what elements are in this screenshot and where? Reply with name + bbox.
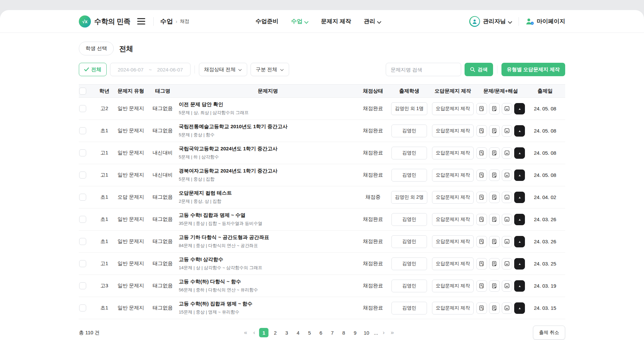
row-checkbox[interactable] xyxy=(79,127,86,134)
problem-doc-icon[interactable]: ? xyxy=(476,125,487,137)
pdf-outline-icon[interactable] xyxy=(502,280,513,292)
page-button-9[interactable]: 9 xyxy=(351,328,360,337)
worksheet-title[interactable]: 고등 수학I 삼각함수 xyxy=(179,256,354,263)
worksheet-name-search-input[interactable] xyxy=(386,63,461,76)
problem-solution-doc-icon[interactable] xyxy=(489,258,500,270)
problem-doc-icon[interactable]: ? xyxy=(476,147,487,159)
pdf-outline-icon[interactable] xyxy=(502,302,513,314)
pdf-filled-icon[interactable] xyxy=(514,147,525,159)
worksheet-title[interactable]: 오답문제지 컬럼 테스트 xyxy=(179,190,354,196)
pdf-outline-icon[interactable] xyxy=(502,236,513,247)
student-box[interactable]: 김영민 xyxy=(391,235,427,248)
problem-doc-icon[interactable]: ? xyxy=(476,214,487,225)
worksheet-title[interactable]: 국립전통예술고등학교 2010년도 1학기 중간고사 xyxy=(179,124,354,130)
student-select-button[interactable]: 학생 선택 xyxy=(79,42,114,55)
student-box[interactable]: 김영민 xyxy=(391,169,427,182)
row-checkbox[interactable] xyxy=(79,238,86,245)
page-button-6[interactable]: 6 xyxy=(316,328,326,337)
row-checkbox[interactable] xyxy=(79,216,86,223)
pdf-outline-icon[interactable] xyxy=(502,147,513,159)
student-box[interactable]: 김영민 xyxy=(391,280,427,292)
pdf-outline-icon[interactable] xyxy=(502,169,513,181)
nav-item-lesson-prep[interactable]: 수업준비 xyxy=(256,17,278,25)
page-button-3[interactable]: 3 xyxy=(282,328,291,337)
wrong-note-create-button[interactable]: 유형별 오답문제지 제작 xyxy=(501,63,565,76)
worksheet-title[interactable]: 고등 수학(하) 집합과 명제 ~ 함수 xyxy=(179,301,354,307)
last-page-button[interactable]: » xyxy=(389,329,396,337)
problem-doc-icon[interactable]: ? xyxy=(476,192,487,203)
problem-solution-doc-icon[interactable] xyxy=(489,214,500,225)
row-checkbox[interactable] xyxy=(79,149,86,156)
problem-solution-doc-icon[interactable] xyxy=(489,236,500,247)
prev-page-button[interactable]: ‹ xyxy=(251,329,257,337)
breadcrumb-root[interactable]: 수업 xyxy=(160,17,173,26)
wrong-note-create-row-button[interactable]: 오답문제지 제작 xyxy=(432,213,474,226)
problem-solution-doc-icon[interactable] xyxy=(489,192,500,203)
row-checkbox[interactable] xyxy=(79,304,86,311)
pdf-filled-icon[interactable] xyxy=(514,236,525,247)
row-checkbox[interactable] xyxy=(79,282,86,289)
chevron-down-icon[interactable] xyxy=(508,20,512,23)
page-button-7[interactable]: 7 xyxy=(328,328,337,337)
nav-item-worksheet-create[interactable]: 문제지 제작 xyxy=(321,17,351,25)
pdf-outline-icon[interactable] xyxy=(502,258,513,270)
problem-solution-doc-icon[interactable] xyxy=(489,302,500,314)
problem-solution-doc-icon[interactable] xyxy=(489,103,500,114)
page-button-10[interactable]: 10 xyxy=(362,328,371,337)
problem-doc-icon[interactable]: ? xyxy=(476,169,487,181)
problem-doc-icon[interactable]: ? xyxy=(476,236,487,247)
next-page-button[interactable]: › xyxy=(381,329,387,337)
nav-item-manage[interactable]: 관리 xyxy=(364,17,381,25)
page-button-4[interactable]: 4 xyxy=(293,328,303,337)
hamburger-menu-icon[interactable] xyxy=(136,17,147,26)
mypage-link[interactable]: 마이페이지 xyxy=(526,17,565,25)
problem-solution-doc-icon[interactable] xyxy=(489,125,500,137)
wrong-note-create-row-button[interactable]: 오답문제지 제작 xyxy=(432,302,474,314)
problem-doc-icon[interactable]: ? xyxy=(476,103,487,114)
problem-doc-icon[interactable]: ? xyxy=(476,302,487,314)
pdf-filled-icon[interactable] xyxy=(514,125,525,137)
wrong-note-create-row-button[interactable]: 오답문제지 제작 xyxy=(432,147,474,159)
student-box[interactable]: 김영민 외 2명 xyxy=(391,191,427,204)
row-checkbox[interactable] xyxy=(79,172,86,179)
wrong-note-create-row-button[interactable]: 오답문제지 제작 xyxy=(432,102,474,115)
first-page-button[interactable]: « xyxy=(242,329,249,337)
grading-status-dropdown[interactable]: 채점상태 전체 xyxy=(199,63,247,76)
student-box[interactable]: 김영민 xyxy=(391,213,427,226)
brand[interactable]: √x 수학의 민족 xyxy=(79,15,130,28)
student-box[interactable]: 김영민 xyxy=(391,125,427,137)
select-all-checkbox[interactable] xyxy=(79,88,86,95)
page-button-8[interactable]: 8 xyxy=(339,328,348,337)
student-box[interactable]: 김영민 xyxy=(391,147,427,159)
student-box[interactable]: 김영민 xyxy=(391,257,427,270)
student-box[interactable]: 김영민 외 1명 xyxy=(391,102,427,115)
filter-all-button[interactable]: 전체 xyxy=(79,63,107,76)
wrong-note-create-row-button[interactable]: 오답문제지 제작 xyxy=(432,280,474,292)
pdf-outline-icon[interactable] xyxy=(502,103,513,114)
cancel-assignment-button[interactable]: 출제 취소 xyxy=(533,326,565,340)
problem-doc-icon[interactable]: ? xyxy=(476,280,487,292)
breadcrumb-page[interactable]: 채점 xyxy=(180,18,190,25)
pdf-outline-icon[interactable] xyxy=(502,125,513,137)
problem-doc-icon[interactable]: ? xyxy=(476,258,487,270)
problem-solution-doc-icon[interactable] xyxy=(489,280,500,292)
wrong-note-create-row-button[interactable]: 오답문제지 제작 xyxy=(432,235,474,248)
page-button-2[interactable]: 2 xyxy=(271,328,280,337)
pdf-filled-icon[interactable] xyxy=(514,280,525,292)
pdf-filled-icon[interactable] xyxy=(514,214,525,225)
pdf-filled-icon[interactable] xyxy=(514,258,525,270)
date-range-picker[interactable]: 2024-06-07 ~ 2024-06-07 xyxy=(110,63,191,76)
pdf-filled-icon[interactable] xyxy=(514,103,525,114)
worksheet-title[interactable]: 이전 문제 답안 확인 xyxy=(179,101,354,108)
wrong-note-create-row-button[interactable]: 오답문제지 제작 xyxy=(432,191,474,204)
row-checkbox[interactable] xyxy=(79,105,86,112)
row-checkbox[interactable] xyxy=(79,194,86,201)
worksheet-title[interactable]: 고등 기하 다항식 ~ 공간도형과 공간좌표 xyxy=(179,234,354,241)
nav-item-lesson[interactable]: 수업 xyxy=(291,17,308,25)
student-box[interactable]: 김영민 xyxy=(391,302,427,314)
page-button-1[interactable]: 1 xyxy=(259,328,269,337)
category-dropdown[interactable]: 구분 전체 xyxy=(251,63,289,76)
problem-solution-doc-icon[interactable] xyxy=(489,147,500,159)
search-button[interactable]: 검색 xyxy=(465,63,493,76)
pdf-filled-icon[interactable] xyxy=(514,302,525,314)
